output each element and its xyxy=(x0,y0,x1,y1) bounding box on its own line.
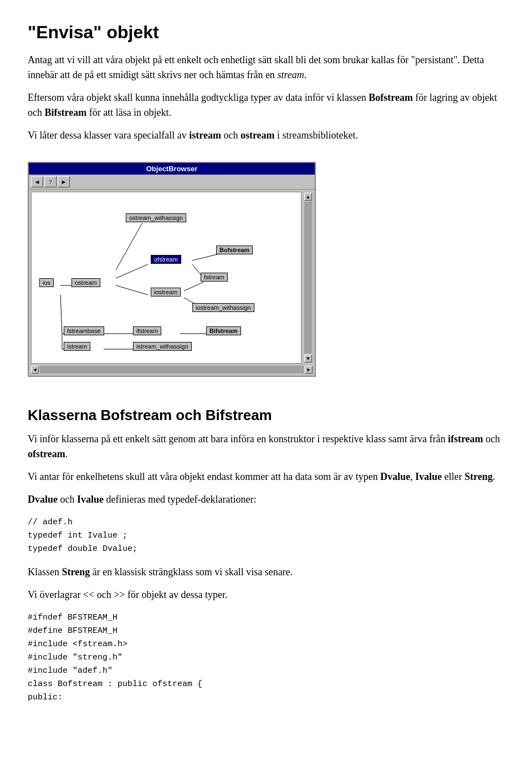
istream-word: istream xyxy=(189,130,221,141)
section-p1-end: . xyxy=(65,448,68,459)
section-p2-end: . xyxy=(493,471,495,482)
ob-node-ifstream: ifstream xyxy=(133,326,161,335)
ob-titlebar: ObjectBrowser xyxy=(29,163,315,175)
intro-p2-start: Eftersom våra objekt skall kunna innehål… xyxy=(28,92,369,103)
typedef-intro: Dvalue och Ivalue definieras med typedef… xyxy=(28,492,504,507)
streng-p-end: är en klassisk strängklass som vi skall … xyxy=(90,566,293,577)
intro-p1-text: Antag att vi vill att våra objekt på ett… xyxy=(28,54,484,80)
ob-node-ofstream: ofstream xyxy=(151,255,181,264)
ob-btn-back[interactable]: ◄ xyxy=(31,176,43,187)
ob-node-iostream-withassign: iostream_withassign xyxy=(192,303,254,312)
ob-scroll-up-btn[interactable]: ▲ xyxy=(304,193,312,201)
ob-scroll-track-h xyxy=(40,366,304,374)
section-p2-mid2: eller xyxy=(442,471,464,482)
ob-node-bifstream: Bifstream xyxy=(206,326,241,335)
intro-p3-end: i streamsbiblioteket. xyxy=(275,130,358,141)
streng-paragraph: Klassen Streng är en klassisk strängklas… xyxy=(28,565,504,580)
ivalue-typedef-word: Ivalue xyxy=(77,494,104,505)
svg-line-2 xyxy=(116,285,148,295)
ob-node-ostream: ostream xyxy=(71,278,100,287)
section-p1-start: Vi inför klasserna på ett enkelt sätt ge… xyxy=(28,433,448,444)
ob-node-ios: ios xyxy=(39,278,54,287)
intro-p3-mid: och xyxy=(221,130,241,141)
ob-scroll-down-btn[interactable]: ▼ xyxy=(304,355,312,362)
ob-scroll-left-btn[interactable]: ◄ xyxy=(31,366,39,374)
svg-line-1 xyxy=(116,264,148,278)
ob-canvas: ostream_withassign ios ostream ofstream … xyxy=(31,192,301,364)
page-title: "Envisa" objekt xyxy=(28,22,504,43)
ob-toolbar: ◄ ? ► xyxy=(29,175,315,190)
intro-p2-end: för att läsa in objekt. xyxy=(86,107,171,118)
svg-line-5 xyxy=(184,282,203,291)
intro-paragraph-3: Vi låter dessa klasser vara specialfall … xyxy=(28,128,504,143)
intro-paragraph-1: Antag att vi vill att våra objekt på ett… xyxy=(28,53,504,83)
ivalue-word: Ivalue xyxy=(415,471,442,482)
section-p2-mid: , xyxy=(410,471,415,482)
streng-word: Streng xyxy=(464,471,493,482)
section-p1-mid: och xyxy=(483,433,500,444)
ob-node-ostream-withassign: ostream_withassign xyxy=(126,213,186,222)
ob-body: ostream_withassign ios ostream ofstream … xyxy=(29,190,315,366)
svg-line-7 xyxy=(116,223,142,270)
dvalue-word: Dvalue xyxy=(380,471,410,482)
ob-scrollbar-horizontal: ◄ ► xyxy=(29,366,315,376)
ob-node-istream: istream xyxy=(64,342,90,351)
ob-node-bofstream: Bofstream xyxy=(216,246,253,254)
code-bfstream: #ifndef BFSTREAM_H #define BFSTREAM_H #i… xyxy=(28,611,504,704)
object-browser-container: ObjectBrowser ◄ ? ► xyxy=(28,162,316,377)
bifstream-word: Bifstream xyxy=(45,107,87,118)
bofstream-word: Bofstream xyxy=(369,92,413,103)
intro-p3-start: Vi låter dessa klasser vara specialfall … xyxy=(28,130,189,141)
streng-p-start: Klassen xyxy=(28,566,62,577)
section-heading: Klasserna Bofstream och Bifstream xyxy=(28,407,504,424)
intro-p1-end: . xyxy=(304,69,307,80)
ob-node-istream-withassign: istream_withassign xyxy=(133,342,192,351)
ob-scrollbar-vertical: ▲ ▼ xyxy=(304,192,313,364)
ifstream-word: ifstream xyxy=(448,433,483,444)
intro-stream-word: stream xyxy=(277,69,304,80)
dvalue-typedef-word: Dvalue xyxy=(28,494,58,505)
intro-paragraph-2: Eftersom våra objekt skall kunna innehål… xyxy=(28,90,504,120)
section-paragraph-1: Vi inför klasserna på ett enkelt sätt ge… xyxy=(28,432,504,462)
streng-class-word: Streng xyxy=(62,566,90,577)
object-browser: ObjectBrowser ◄ ? ► xyxy=(28,162,316,377)
ostream-word: ostream xyxy=(241,130,275,141)
ob-btn-help[interactable]: ? xyxy=(44,176,57,187)
typedef-intro-mid: och xyxy=(58,494,77,505)
ob-scroll-right-btn[interactable]: ► xyxy=(305,366,313,374)
code-typedef: // adef.h typedef int Ivalue ; typedef d… xyxy=(28,516,504,556)
svg-line-11 xyxy=(60,295,62,334)
ob-scroll-track-v xyxy=(304,202,312,354)
ob-node-fstream: fstream xyxy=(201,273,228,282)
ob-btn-fwd[interactable]: ► xyxy=(58,176,70,187)
typedef-intro-end: definieras med typedef-deklarationer: xyxy=(104,494,256,505)
section-p2-start: Vi antar för enkelhetens skull att våra … xyxy=(28,471,380,482)
ob-node-iostream: iostream xyxy=(151,288,181,296)
overlag-paragraph: Vi överlagrar << och >> för objekt av de… xyxy=(28,587,504,602)
section-paragraph-2: Vi antar för enkelhetens skull att våra … xyxy=(28,469,504,484)
ob-node-fstreambase: fstreambase xyxy=(64,326,104,335)
ofstream-word: ofstream xyxy=(28,448,65,459)
